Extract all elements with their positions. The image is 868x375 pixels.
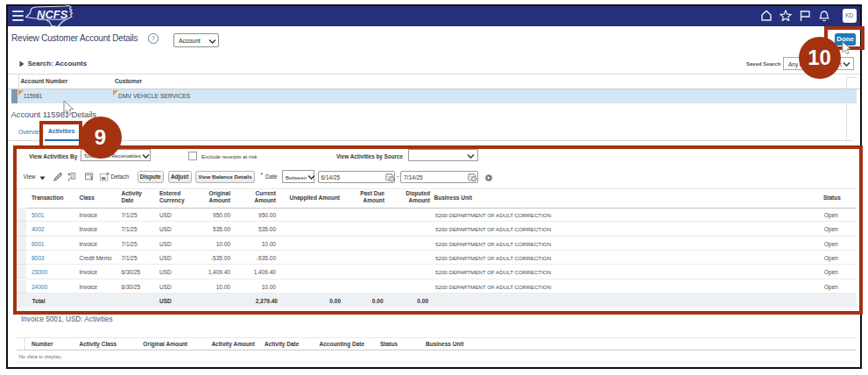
svg-text:NCFS: NCFS bbox=[37, 8, 68, 21]
